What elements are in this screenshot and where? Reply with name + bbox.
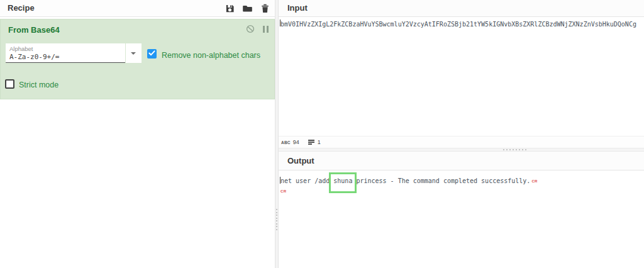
recipe-header: Recipe — [0, 0, 275, 17]
char-count-value: 94 — [293, 139, 299, 145]
carriage-return-glyph: CR — [531, 179, 537, 183]
alphabet-dropdown-button[interactable] — [126, 43, 142, 63]
strict-mode-label[interactable]: Strict mode — [19, 81, 58, 89]
output-text: net user /add shuna princess - The comma… — [279, 170, 644, 196]
trash-icon[interactable] — [260, 4, 270, 13]
output-before-highlight: net user /add — [280, 177, 333, 184]
line-count-icon — [308, 140, 314, 145]
output-line2: CR — [280, 187, 286, 194]
highlight-box: shuna — [329, 172, 357, 193]
checkmark-icon — [148, 50, 155, 56]
input-title: Input — [287, 0, 308, 16]
output-after-highlight: princess - The command completed success… — [352, 177, 530, 184]
open-folder-icon[interactable] — [243, 4, 252, 13]
line-count-value: 1 — [318, 139, 321, 145]
output-line1: net user /add shuna princess - The comma… — [280, 177, 538, 184]
save-recipe-icon[interactable] — [225, 4, 235, 13]
input-text: bmV0IHVzZXIgL2FkZCBzaHVuYSBwcmluY2VzcyAt… — [279, 17, 644, 29]
output-title: Output — [287, 152, 314, 170]
input-editor[interactable]: bmV0IHVzZXIgL2FkZCBzaHVuYSBwcmluY2VzcyAt… — [279, 17, 644, 136]
char-count-icon: ABC — [281, 140, 291, 145]
breakpoint-pause-icon[interactable] — [263, 26, 269, 33]
output-cursor — [280, 177, 280, 184]
chevron-down-icon — [131, 52, 136, 55]
output-viewer[interactable]: net user /add shuna princess - The comma… — [279, 170, 644, 268]
input-header: Input — [279, 0, 644, 17]
divider-grip-dots — [503, 149, 526, 150]
remove-non-alphabet-checkbox[interactable] — [147, 49, 157, 59]
strict-mode-checkbox[interactable] — [5, 79, 14, 89]
output-header: Output — [279, 152, 644, 170]
io-pane: Input bmV0IHVzZXIgL2FkZCBzaHVuYSBwcmluY2… — [279, 0, 644, 268]
operation-from-base64[interactable]: From Base64 Alphabet A-Za-z0-9+/= Remove… — [0, 19, 275, 99]
cyberchef-app: Recipe From Base64 — [0, 0, 644, 268]
alphabet-field[interactable]: Alphabet A-Za-z0-9+/= — [6, 43, 125, 63]
alphabet-label: Alphabet — [6, 43, 125, 52]
operation-controls — [246, 25, 269, 33]
alphabet-value: A-Za-z0-9+/= — [6, 52, 125, 61]
remove-non-alphabet-label[interactable]: Remove non-alphabet chars — [162, 51, 260, 60]
output-highlighted-word: shuna — [333, 177, 352, 184]
operation-title: From Base64 — [8, 25, 60, 35]
divider-grip-dots — [276, 209, 277, 230]
recipe-title: Recipe — [8, 0, 35, 16]
input-status-bar: ABC 94 1 — [279, 136, 644, 148]
disable-operation-icon[interactable] — [246, 25, 255, 33]
recipe-toolbar — [225, 0, 270, 17]
carriage-return-glyph: CR — [280, 189, 286, 193]
recipe-panel: Recipe From Base64 — [0, 0, 275, 268]
input-cursor — [280, 20, 280, 26]
